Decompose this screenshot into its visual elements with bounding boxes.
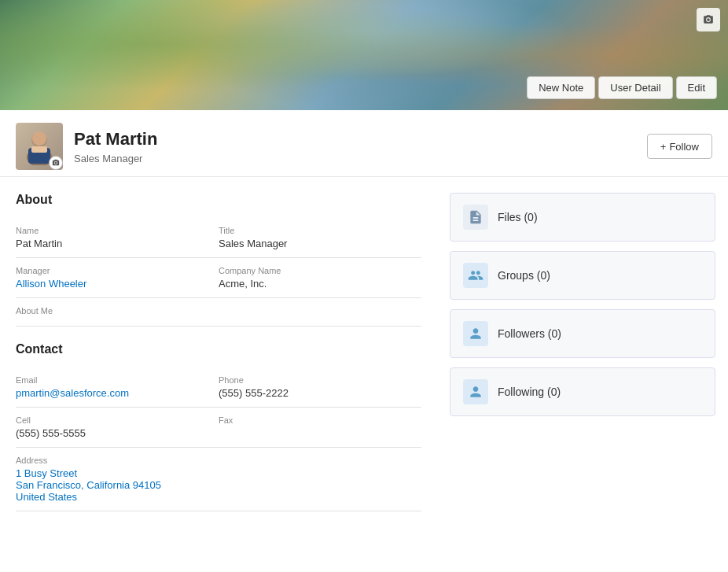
banner: New Note User Detail Edit bbox=[0, 0, 728, 110]
contact-fields: Email pmartin@salesforce.com Phone (555)… bbox=[16, 367, 421, 511]
following-icon-wrap bbox=[463, 379, 488, 404]
avatar-camera-icon bbox=[52, 159, 60, 167]
groups-label: Groups (0) bbox=[498, 269, 550, 282]
field-address-line1[interactable]: 1 Busy Street bbox=[16, 467, 77, 479]
followers-icon-wrap bbox=[463, 321, 488, 346]
follow-plus: + bbox=[660, 141, 667, 153]
main-content: About Name Pat Martin Title Sales Manage… bbox=[0, 177, 728, 540]
following-label: Following (0) bbox=[498, 386, 561, 398]
field-manager: Manager Allison Wheeler bbox=[16, 258, 219, 298]
groups-icon-wrap bbox=[463, 263, 488, 288]
field-title: Title Sales Manager bbox=[219, 218, 421, 258]
follow-button[interactable]: + Follow bbox=[647, 134, 712, 159]
files-card[interactable]: Files (0) bbox=[450, 193, 715, 242]
field-email-label: Email bbox=[16, 375, 200, 385]
camera-icon bbox=[703, 14, 714, 25]
field-phone-value: (555) 555-2222 bbox=[219, 387, 403, 399]
field-address-label: Address bbox=[16, 456, 421, 465]
banner-camera-button[interactable] bbox=[697, 8, 720, 31]
followers-card[interactable]: Followers (0) bbox=[450, 309, 715, 358]
contact-heading: Contact bbox=[16, 342, 421, 356]
groups-icon bbox=[468, 268, 483, 283]
profile-name: Pat Martin bbox=[74, 129, 636, 149]
profile-header: Pat Martin Sales Manager + Follow bbox=[0, 110, 728, 177]
avatar-wrap bbox=[16, 123, 63, 170]
field-company-value: Acme, Inc. bbox=[219, 278, 403, 290]
profile-title: Sales Manager bbox=[74, 153, 636, 164]
field-cell: Cell (555) 555-5555 bbox=[16, 408, 219, 448]
field-about-me: About Me bbox=[16, 298, 421, 327]
banner-toolbar: New Note User Detail Edit bbox=[527, 76, 717, 99]
svg-rect-4 bbox=[31, 146, 47, 153]
followers-icon bbox=[468, 326, 483, 341]
following-card[interactable]: Following (0) bbox=[450, 367, 715, 416]
field-address-line3[interactable]: United States bbox=[16, 491, 77, 503]
field-fax: Fax bbox=[219, 408, 421, 448]
svg-point-2 bbox=[32, 131, 46, 146]
profile-info: Pat Martin Sales Manager bbox=[74, 129, 636, 164]
field-email: Email pmartin@salesforce.com bbox=[16, 367, 219, 408]
field-phone-label: Phone bbox=[219, 375, 403, 385]
files-icon-wrap bbox=[463, 205, 488, 230]
field-cell-label: Cell bbox=[16, 415, 200, 425]
contact-section: Contact Email pmartin@salesforce.com Pho… bbox=[16, 342, 421, 511]
field-name-value: Pat Martin bbox=[16, 238, 200, 249]
field-about-me-label: About Me bbox=[16, 306, 421, 316]
field-name-label: Name bbox=[16, 226, 200, 235]
avatar-camera-button[interactable] bbox=[49, 156, 63, 170]
field-title-label: Title bbox=[219, 226, 403, 235]
field-company: Company Name Acme, Inc. bbox=[219, 258, 421, 298]
files-icon bbox=[468, 209, 483, 225]
field-name: Name Pat Martin bbox=[16, 218, 219, 258]
field-address: Address 1 Busy Street San Francisco, Cal… bbox=[16, 448, 421, 511]
right-panel: Files (0) Groups (0) Followers (0) bbox=[437, 177, 728, 540]
new-note-button[interactable]: New Note bbox=[527, 76, 595, 99]
field-manager-label: Manager bbox=[16, 266, 200, 275]
field-fax-label: Fax bbox=[219, 415, 403, 425]
files-label: Files (0) bbox=[498, 211, 538, 223]
about-heading: About bbox=[16, 193, 421, 207]
groups-card[interactable]: Groups (0) bbox=[450, 251, 715, 300]
field-cell-value: (555) 555-5555 bbox=[16, 427, 200, 439]
field-phone: Phone (555) 555-2222 bbox=[219, 367, 421, 408]
field-company-label: Company Name bbox=[219, 266, 403, 275]
user-detail-button[interactable]: User Detail bbox=[598, 76, 672, 99]
field-address-line2[interactable]: San Francisco, California 94105 bbox=[16, 479, 161, 491]
field-title-value: Sales Manager bbox=[219, 238, 403, 249]
edit-button[interactable]: Edit bbox=[676, 76, 717, 99]
field-manager-value[interactable]: Allison Wheeler bbox=[16, 278, 86, 290]
followers-label: Followers (0) bbox=[498, 327, 561, 340]
about-fields: Name Pat Martin Title Sales Manager Mana… bbox=[16, 218, 421, 327]
about-section: About Name Pat Martin Title Sales Manage… bbox=[16, 193, 421, 327]
page-wrapper: New Note User Detail Edit bbox=[0, 0, 728, 572]
following-icon bbox=[468, 384, 483, 400]
follow-label: Follow bbox=[669, 141, 699, 153]
field-email-value[interactable]: pmartin@salesforce.com bbox=[16, 387, 129, 399]
left-panel: About Name Pat Martin Title Sales Manage… bbox=[0, 177, 437, 540]
